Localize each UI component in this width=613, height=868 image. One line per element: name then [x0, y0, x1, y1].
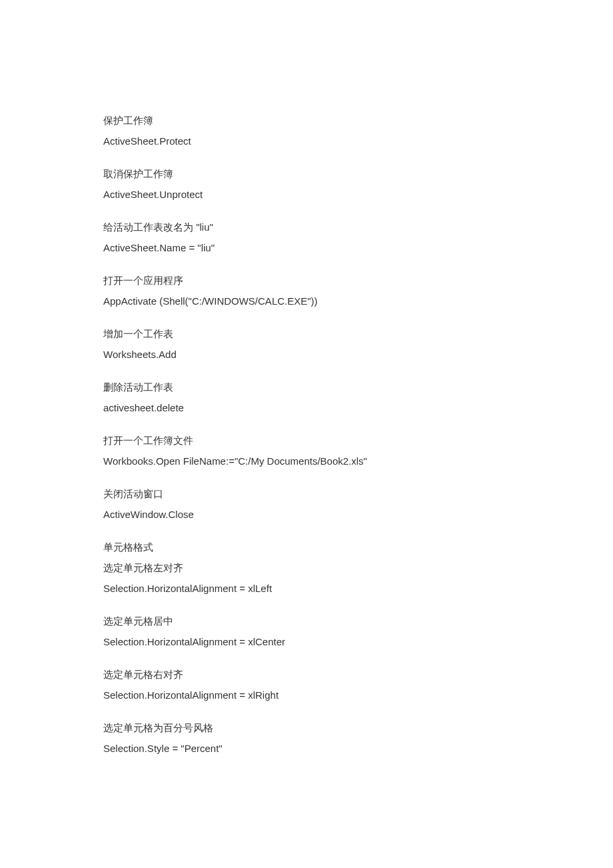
text-line: 单元格格式 [103, 540, 613, 554]
document-content: 保护工作簿 ActiveSheet.Protect 取消保护工作簿 Active… [103, 113, 613, 755]
text-line: activesheet.delete [103, 401, 613, 415]
text-line: 给活动工作表改名为 "liu" [103, 220, 613, 234]
code-block: 取消保护工作簿 ActiveSheet.Unprotect [103, 167, 613, 201]
text-line: 删除活动工作表 [103, 380, 613, 394]
text-line: AppActivate (Shell("C:/WINDOWS/CALC.EXE"… [103, 294, 613, 308]
text-line: Workbooks.Open FileName:="C:/My Document… [103, 454, 613, 468]
text-line: ActiveSheet.Name = "liu" [103, 241, 613, 255]
code-block: 打开一个应用程序 AppActivate (Shell("C:/WINDOWS/… [103, 273, 613, 308]
text-line: 选定单元格左对齐 [103, 561, 613, 575]
code-block: 关闭活动窗口 ActiveWindow.Close [103, 487, 613, 521]
code-block: 增加一个工作表 Worksheets.Add [103, 327, 613, 361]
code-block: 打开一个工作簿文件 Workbooks.Open FileName:="C:/M… [103, 433, 613, 468]
text-line: 选定单元格右对齐 [103, 667, 613, 681]
text-line: ActiveWindow.Close [103, 507, 613, 521]
code-block: 单元格格式 选定单元格左对齐 Selection.HorizontalAlign… [103, 540, 613, 595]
text-line: Selection.HorizontalAlignment = xlLeft [103, 581, 613, 595]
text-line: 增加一个工作表 [103, 327, 613, 341]
text-line: 选定单元格为百分号风格 [103, 721, 613, 735]
text-line: 选定单元格居中 [103, 614, 613, 628]
text-line: Worksheets.Add [103, 347, 613, 361]
code-block: 保护工作簿 ActiveSheet.Protect [103, 113, 613, 148]
text-line: 保护工作簿 [103, 113, 613, 127]
code-block: 选定单元格右对齐 Selection.HorizontalAlignment =… [103, 667, 613, 702]
code-block: 选定单元格为百分号风格 Selection.Style = "Percent" [103, 721, 613, 755]
text-line: 打开一个工作簿文件 [103, 433, 613, 447]
text-line: ActiveSheet.Unprotect [103, 187, 613, 201]
text-line: Selection.HorizontalAlignment = xlCenter [103, 635, 613, 649]
text-line: 关闭活动窗口 [103, 487, 613, 501]
code-block: 给活动工作表改名为 "liu" ActiveSheet.Name = "liu" [103, 220, 613, 255]
text-line: 打开一个应用程序 [103, 273, 613, 287]
text-line: ActiveSheet.Protect [103, 134, 613, 148]
text-line: Selection.Style = "Percent" [103, 741, 613, 755]
code-block: 选定单元格居中 Selection.HorizontalAlignment = … [103, 614, 613, 649]
text-line: 取消保护工作簿 [103, 167, 613, 181]
text-line: Selection.HorizontalAlignment = xlRight [103, 688, 613, 702]
code-block: 删除活动工作表 activesheet.delete [103, 380, 613, 415]
